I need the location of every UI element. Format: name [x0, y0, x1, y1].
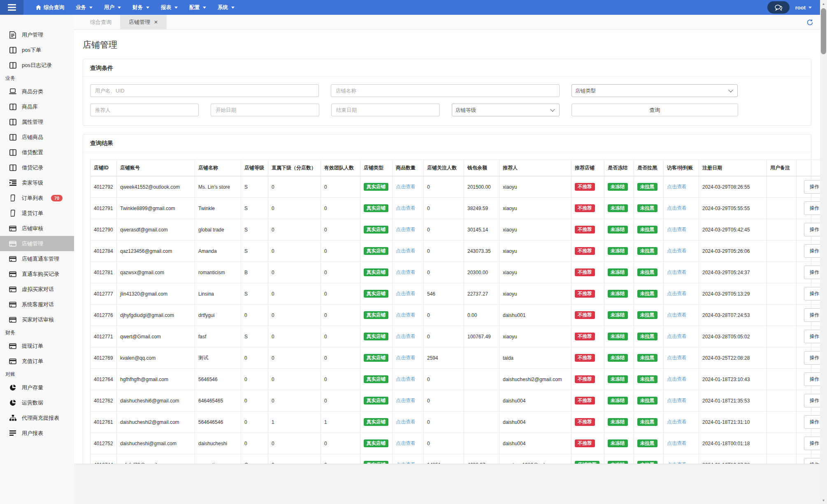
start-date-input[interactable]: [211, 104, 319, 116]
sidebar-item-店铺管理[interactable]: 店铺管理: [0, 236, 74, 251]
visitor-link[interactable]: 点击查看: [667, 462, 687, 464]
sidebar-item-商品分类[interactable]: 商品分类: [0, 84, 74, 99]
visitor-link[interactable]: 点击查看: [667, 440, 687, 446]
goods-count-link[interactable]: 点击查看: [396, 440, 416, 446]
goods-count-link[interactable]: 点击查看: [396, 205, 416, 211]
sidebar-item-用户存量[interactable]: 用户存量: [0, 380, 74, 395]
goods-count-link[interactable]: 点击查看: [396, 376, 416, 382]
visitor-link[interactable]: 点击查看: [667, 291, 687, 296]
sidebar-item-运营数据[interactable]: 运营数据: [0, 395, 74, 410]
visitor-link[interactable]: 点击查看: [667, 355, 687, 361]
visitor-link[interactable]: 点击查看: [667, 333, 687, 339]
goods-count-link[interactable]: 点击查看: [396, 291, 416, 296]
nav-item-用户[interactable]: 用户: [98, 0, 127, 15]
sidebar-item-卖家等级[interactable]: 卖家等级: [0, 175, 74, 190]
goods-count-link[interactable]: 点击查看: [396, 227, 416, 232]
close-icon[interactable]: ✕: [154, 20, 158, 25]
visitor-link[interactable]: 点击查看: [667, 398, 687, 403]
action-button[interactable]: 操作: [804, 437, 820, 450]
goods-count-link[interactable]: 点击查看: [396, 184, 416, 190]
tab-综合查询[interactable]: 综合查询: [81, 15, 120, 29]
visitor-link[interactable]: 点击查看: [667, 269, 687, 275]
nav-item-财务[interactable]: 财务: [127, 0, 155, 15]
action-button[interactable]: 操作: [804, 330, 820, 343]
referrer: xiaoyu: [499, 219, 571, 240]
action-button[interactable]: 操作: [804, 287, 820, 300]
end-date-input[interactable]: [331, 104, 440, 116]
action-button[interactable]: 操作: [804, 416, 820, 428]
visitor-link[interactable]: 点击查看: [667, 312, 687, 318]
visitor-link[interactable]: 点击查看: [667, 227, 687, 232]
sidebar-item-直通车购买记录[interactable]: 直通车购买记录: [0, 266, 74, 282]
vertical-scrollbar[interactable]: ▲ ▼: [820, 0, 827, 504]
action-button[interactable]: 操作: [804, 180, 820, 193]
sidebar-item-借贷记录[interactable]: 借贷记录: [0, 160, 74, 175]
sidebar-item-pos日志记录[interactable]: pos日志记录: [0, 58, 74, 73]
sidebar-item-代理商充提报表[interactable]: 代理商充提报表: [0, 410, 74, 425]
action-button[interactable]: 操作: [804, 266, 820, 279]
goods-count-link[interactable]: 点击查看: [396, 462, 416, 464]
nav-item-报表[interactable]: 报表: [155, 0, 184, 15]
user-uid-input[interactable]: [90, 84, 319, 97]
sidebar-item-买家对话审核[interactable]: 买家对话审核: [0, 312, 74, 327]
scroll-down-arrow-icon[interactable]: ▼: [820, 497, 827, 504]
sidebar-item-系统客服对话[interactable]: 系统客服对话: [0, 297, 74, 312]
action-button[interactable]: 操作: [804, 373, 820, 386]
goods-count-link[interactable]: 点击查看: [396, 312, 416, 318]
action-button[interactable]: 操作: [804, 394, 820, 407]
sidebar-item-虚拟买家对话[interactable]: 虚拟买家对话: [0, 282, 74, 297]
nav-item-配置[interactable]: 配置: [184, 0, 212, 15]
goods-count-link[interactable]: 点击查看: [396, 398, 416, 403]
referrer-input[interactable]: [90, 104, 199, 116]
goods-count-link[interactable]: 点击查看: [396, 333, 416, 339]
nav-item-业务[interactable]: 业务: [70, 0, 98, 15]
shop-name-input[interactable]: [331, 84, 560, 97]
blacklist-status-badge: 未拉黑: [637, 226, 657, 234]
sidebar-item-借贷配置[interactable]: 借贷配置: [0, 145, 74, 160]
sidebar-item-提现订单[interactable]: 提现订单: [0, 338, 74, 354]
shop-level-select[interactable]: 店铺等级: [452, 104, 560, 116]
search-button[interactable]: 查询: [571, 104, 738, 116]
visitor-link[interactable]: 点击查看: [667, 248, 687, 254]
sidebar-item-充值订单[interactable]: 充值订单: [0, 354, 74, 369]
visitor-link[interactable]: 点击查看: [667, 376, 687, 382]
sidebar-item-订单列表[interactable]: 订单列表70: [0, 190, 74, 206]
sidebar-item-店铺直通车管理[interactable]: 店铺直通车管理: [0, 251, 74, 266]
shop-account: hgfhfhgfh@gmail.com: [117, 369, 195, 390]
user-menu[interactable]: root: [795, 5, 812, 11]
goods-count-link[interactable]: 点击查看: [396, 248, 416, 254]
blacklist-cell: 未拉黑: [634, 347, 664, 369]
scroll-up-arrow-icon[interactable]: ▲: [820, 0, 827, 7]
chat-button[interactable]: [767, 1, 790, 14]
nav-item-综合查询[interactable]: 综合查询: [30, 0, 70, 15]
sidebar-item-店铺审核[interactable]: 店铺审核: [0, 221, 74, 236]
action-button[interactable]: 操作: [804, 458, 820, 464]
sidebar-item-用户管理[interactable]: 用户管理: [0, 27, 74, 42]
tab-店铺管理[interactable]: 店铺管理✕: [120, 15, 167, 29]
sidebar-item-商品库[interactable]: 商品库: [0, 99, 74, 114]
sidebar-item-pos下单[interactable]: pos下单: [0, 42, 74, 58]
column-header: 是否冻结: [604, 160, 634, 176]
shop-account: qwerasdf@gmail.com: [117, 219, 195, 240]
visitor-link[interactable]: 点击查看: [667, 184, 687, 190]
action-button[interactable]: 操作: [804, 245, 820, 257]
referrer: daishu001: [499, 305, 571, 326]
refresh-icon[interactable]: [806, 15, 813, 30]
goods-count-link[interactable]: 点击查看: [396, 269, 416, 275]
nav-item-系统[interactable]: 系统: [212, 0, 240, 15]
shop-type-select[interactable]: 店铺类型: [571, 84, 738, 97]
action-button[interactable]: 操作: [804, 202, 820, 215]
sidebar-item-用户报表[interactable]: 用户报表: [0, 425, 74, 441]
scrollbar-thumb[interactable]: [821, 8, 826, 54]
action-button[interactable]: 操作: [804, 351, 820, 364]
goods-count-link[interactable]: 点击查看: [396, 419, 416, 425]
sidebar-toggle-button[interactable]: [0, 0, 23, 15]
sidebar-item-属性管理[interactable]: 属性管理: [0, 114, 74, 129]
visitor-link[interactable]: 点击查看: [667, 205, 687, 211]
sidebar-item-退货订单[interactable]: 退货订单: [0, 206, 74, 221]
action-button[interactable]: 操作: [804, 309, 820, 321]
visitor-link[interactable]: 点击查看: [667, 419, 687, 425]
sidebar-item-店铺商品[interactable]: 店铺商品: [0, 129, 74, 145]
goods-count-link[interactable]: 点击查看: [396, 355, 416, 361]
action-button[interactable]: 操作: [804, 223, 820, 236]
